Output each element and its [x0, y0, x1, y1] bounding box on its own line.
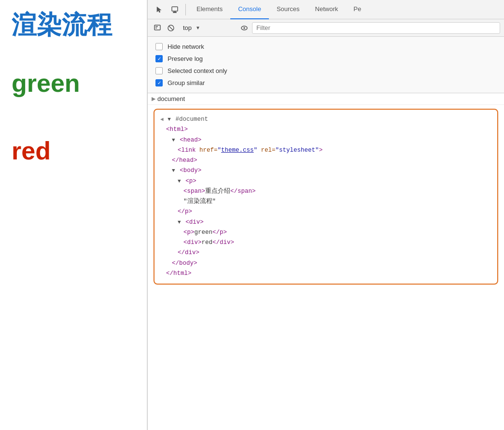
preserve-log-checkbox[interactable] [155, 55, 163, 62]
group-similar-checkbox[interactable] [155, 79, 163, 86]
preserve-log-label: Preserve log [168, 55, 203, 62]
tab-network[interactable]: Network [308, 0, 346, 19]
nav-back-icon: ◀ [160, 115, 164, 124]
dom-line-span[interactable]: <span> 重点介绍 </span> [160, 186, 491, 197]
context-selector[interactable]: top ▼ [179, 23, 237, 33]
console-toolbar: top ▼ [148, 19, 504, 37]
tab-elements[interactable]: Elements [189, 0, 230, 19]
dom-line-link[interactable]: <link href="theme.css" rel="stylesheet" … [160, 145, 491, 156]
dom-line-close-body[interactable]: </body> [160, 258, 491, 269]
webpage-preview: 渲染流程 green red [0, 0, 147, 430]
group-similar-label: Group similar [168, 79, 205, 86]
collapse-arrow-head[interactable]: ▼ [172, 136, 178, 145]
dom-line-document[interactable]: ◀ ▼ #document [160, 115, 491, 125]
devtools-tabs: Elements Console Sources Network Pe [148, 0, 504, 19]
stop-icon[interactable] [165, 22, 177, 34]
dom-line-div[interactable]: ▼ <div> [160, 217, 491, 228]
dom-line-close-head[interactable]: </head> [160, 156, 491, 166]
collapse-arrow-document[interactable]: ▼ [165, 115, 174, 124]
dom-line-p-green[interactable]: <p> green </p> [160, 228, 491, 238]
devtools-panel: Elements Console Sources Network Pe [147, 0, 504, 430]
clear-console-button[interactable] [152, 22, 163, 34]
page-text-green: green [12, 69, 135, 98]
selected-context-checkbox[interactable] [155, 67, 163, 74]
svg-point-9 [243, 27, 245, 29]
selected-context-label: Selected context only [168, 67, 227, 74]
hide-network-checkbox[interactable] [155, 43, 163, 50]
page-title-chinese: 渲染流程 [12, 10, 135, 40]
dom-line-close-html[interactable]: </html> [160, 269, 491, 279]
page-text-red: red [12, 136, 135, 165]
dom-line-close-p[interactable]: </p> [160, 207, 491, 217]
tab-console[interactable]: Console [230, 0, 269, 19]
dom-viewer: ◀ ▼ #document <html> ▼ <head> <link href… [154, 109, 498, 285]
eye-icon[interactable] [238, 22, 250, 34]
dropdown-arrow-icon: ▼ [196, 25, 200, 30]
tab-performance[interactable]: Pe [346, 0, 369, 19]
console-content: ▶ document ◀ ▼ #document <html> ▼ <head> [148, 93, 504, 430]
settings-row-hide-network: Hide network [155, 41, 496, 53]
settings-row-selected-context: Selected context only [155, 65, 496, 77]
collapse-arrow-div[interactable]: ▼ [178, 218, 184, 227]
tab-sources[interactable]: Sources [269, 0, 308, 19]
tab-divider [185, 4, 186, 15]
svg-line-7 [169, 26, 173, 30]
svg-rect-0 [172, 7, 178, 11]
svg-rect-3 [154, 25, 160, 30]
dom-line-close-div[interactable]: </div> [160, 248, 491, 258]
dom-line-head[interactable]: ▼ <head> [160, 135, 491, 145]
settings-row-preserve-log: Preserve log [155, 53, 496, 65]
dom-line-html[interactable]: <html> [160, 125, 491, 135]
inspect-icon[interactable] [167, 2, 182, 17]
filter-input[interactable] [252, 22, 500, 34]
hide-network-label: Hide network [168, 43, 204, 50]
document-entry[interactable]: ▶ document [148, 93, 504, 105]
console-settings: Hide network Preserve log Selected conte… [148, 37, 504, 93]
cursor-icon[interactable] [152, 2, 167, 17]
collapse-arrow-p[interactable]: ▼ [178, 177, 184, 186]
collapse-arrow-body[interactable]: ▼ [172, 166, 178, 175]
settings-row-group-similar: Group similar [155, 77, 496, 89]
dom-line-p[interactable]: ▼ <p> [160, 176, 491, 186]
expand-arrow-icon: ▶ [152, 96, 155, 102]
dom-line-body[interactable]: ▼ <body> [160, 166, 491, 176]
dom-line-div-red[interactable]: <div> red </div> [160, 238, 491, 248]
document-label: document [157, 95, 185, 102]
dom-line-text-node[interactable]: "渲染流程" [160, 197, 491, 207]
